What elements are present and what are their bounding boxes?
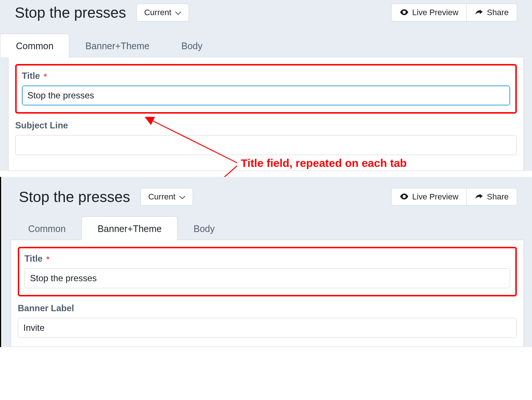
share-label: Share [487,192,509,202]
version-dropdown[interactable]: Current [136,4,189,21]
editor-pane-banner-theme: Stop the presses Current Live Preview Sh… [0,177,532,347]
version-dropdown-label: Current [144,8,171,17]
share-icon [475,192,483,202]
live-preview-button[interactable]: Live Preview [391,188,467,206]
required-indicator: * [46,255,50,263]
subject-line-label: Subject Line [15,120,517,131]
title-label: Title * [24,253,510,264]
page-title: Stop the presses [19,189,130,205]
live-preview-label: Live Preview [412,8,459,17]
tab-common[interactable]: Common [12,216,82,240]
banner-label-input[interactable] [18,318,517,338]
banner-label-label: Banner Label [18,303,517,313]
live-preview-button[interactable]: Live Preview [391,4,467,21]
tab-banner-theme[interactable]: Banner+Theme [82,216,177,240]
form-panel: Title * Banner Label [11,240,524,347]
tab-label: Banner+Theme [85,41,149,51]
banner-label-group: Banner Label [18,303,517,338]
editor-pane-common: Stop the presses Current Live Preview Sh… [0,0,532,171]
form-panel: Title * Subject Line [8,57,524,171]
version-dropdown-label: Current [148,192,175,202]
header: Stop the presses Current Live Preview Sh… [1,177,532,206]
live-preview-label: Live Preview [412,192,459,202]
title-label: Title * [22,71,510,81]
tab-label: Common [28,223,66,234]
subject-line-input[interactable] [15,135,517,155]
tab-label: Body [181,41,202,51]
share-button[interactable]: Share [466,188,517,206]
banner-label-label-text: Banner Label [18,303,74,313]
title-label-text: Title [22,71,40,81]
tab-banner-theme[interactable]: Banner+Theme [69,34,165,57]
tab-body[interactable]: Body [177,216,230,240]
header: Stop the presses Current Live Preview Sh… [0,0,532,21]
share-icon [475,8,483,17]
tab-label: Common [16,41,53,51]
header-actions: Live Preview Share [391,4,517,21]
title-label-text: Title [24,253,43,264]
header-actions: Live Preview Share [391,188,517,206]
subject-line-group: Subject Line [15,120,517,155]
share-button[interactable]: Share [466,4,517,21]
tab-label: Banner+Theme [97,223,162,234]
required-indicator: * [44,73,47,81]
tab-label: Body [193,223,215,234]
chevron-down-icon [179,192,185,202]
tab-common[interactable]: Common [0,34,69,57]
eye-icon [400,8,409,17]
title-input[interactable] [22,85,510,105]
annotation-highlight-top: Title * [15,64,517,114]
eye-icon [400,192,409,202]
annotation-highlight-bottom: Title * [18,247,517,296]
tab-body[interactable]: Body [165,34,218,57]
subject-line-label-text: Subject Line [15,120,68,131]
title-input[interactable] [24,268,510,288]
chevron-down-icon [175,8,181,17]
share-label: Share [487,8,509,17]
tabs: Common Banner+Theme Body [1,206,532,240]
tabs: Common Banner+Theme Body [0,21,532,57]
version-dropdown[interactable]: Current [140,188,193,206]
page-title: Stop the presses [15,4,126,21]
